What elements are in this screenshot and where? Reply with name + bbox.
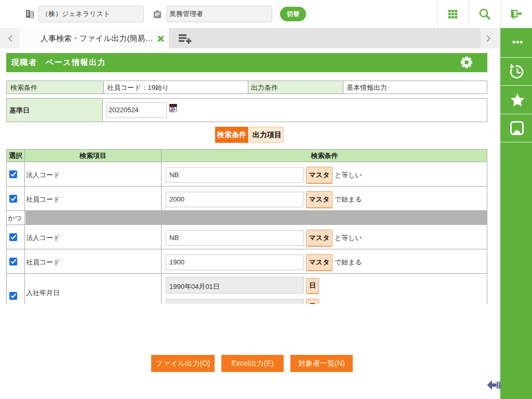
svg-text:31: 31 bbox=[170, 105, 176, 111]
